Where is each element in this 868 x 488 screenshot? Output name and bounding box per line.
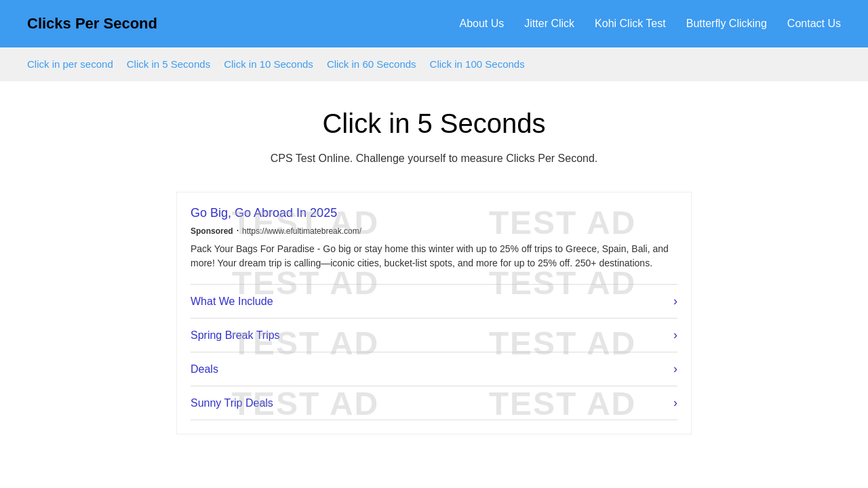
header-nav-item: Kohi Click Test xyxy=(595,18,666,30)
ad-item-link[interactable]: Sunny Trip Deals xyxy=(191,397,273,409)
ad-title-link[interactable]: Go Big, Go Abroad In 2025 xyxy=(191,206,677,220)
chevron-right-icon: › xyxy=(673,328,677,342)
ad-item[interactable]: What We Include› xyxy=(191,285,677,319)
subnav: Click in per secondClick in 5 SecondsCli… xyxy=(0,47,868,81)
ad-item-link[interactable]: Deals xyxy=(191,363,218,375)
chevron-right-icon: › xyxy=(673,362,677,376)
ad-items: What We Include›Spring Break Trips›Deals… xyxy=(191,284,677,420)
ad-item[interactable]: Deals› xyxy=(191,352,677,386)
subnav-link[interactable]: Click in per second xyxy=(27,58,113,70)
subnav-item: Click in per second xyxy=(27,58,113,70)
ad-description: Pack Your Bags For Paradise - Go big or … xyxy=(191,242,677,270)
subnav-link[interactable]: Click in 60 Seconds xyxy=(327,58,416,70)
site-logo[interactable]: Clicks Per Second xyxy=(27,15,157,33)
subnav-link[interactable]: Click in 10 Seconds xyxy=(224,58,313,70)
ad-item-link[interactable]: Spring Break Trips xyxy=(191,329,280,342)
header-nav-item: Contact Us xyxy=(787,18,841,30)
header-nav-link[interactable]: About Us xyxy=(459,18,504,29)
ad-container: TEST AD TEST AD TEST AD TEST AD TEST AD … xyxy=(176,192,692,434)
ad-item-link[interactable]: What We Include xyxy=(191,296,273,308)
ad-meta-dot: · xyxy=(236,224,242,236)
ad-item[interactable]: Sunny Trip Deals› xyxy=(191,386,677,420)
header-nav-link[interactable]: Kohi Click Test xyxy=(595,18,666,29)
main-content: Click in 5 Seconds CPS Test Online. Chal… xyxy=(0,81,868,462)
header-nav-link[interactable]: Jitter Click xyxy=(524,18,574,29)
header-nav-item: Jitter Click xyxy=(524,18,574,30)
header-nav: About UsJitter ClickKohi Click TestButte… xyxy=(459,18,841,30)
subnav-item: Click in 60 Seconds xyxy=(327,58,416,70)
ad-sponsored-label: Sponsored xyxy=(191,226,233,236)
page-title: Click in 5 Seconds xyxy=(14,108,854,139)
chevron-right-icon: › xyxy=(673,294,677,308)
subnav-item: Click in 100 Seconds xyxy=(430,58,525,70)
chevron-right-icon: › xyxy=(673,396,677,410)
subnav-item: Click in 10 Seconds xyxy=(224,58,313,70)
subnav-item: Click in 5 Seconds xyxy=(127,58,210,70)
header-nav-link[interactable]: Butterfly Clicking xyxy=(686,18,767,29)
ad-url: https://www.efultimatebreak.com/ xyxy=(242,226,361,236)
subnav-link[interactable]: Click in 100 Seconds xyxy=(430,58,525,70)
header-nav-item: Butterfly Clicking xyxy=(686,18,767,30)
ad-item[interactable]: Spring Break Trips› xyxy=(191,319,677,352)
ad-meta: Sponsored · https://www.efultimatebreak.… xyxy=(191,224,677,237)
header-nav-item: About Us xyxy=(459,18,504,30)
header: Clicks Per Second About UsJitter ClickKo… xyxy=(0,0,868,47)
subnav-link[interactable]: Click in 5 Seconds xyxy=(127,58,210,70)
header-nav-link[interactable]: Contact Us xyxy=(787,18,841,29)
page-subtitle: CPS Test Online. Challenge yourself to m… xyxy=(14,152,854,165)
